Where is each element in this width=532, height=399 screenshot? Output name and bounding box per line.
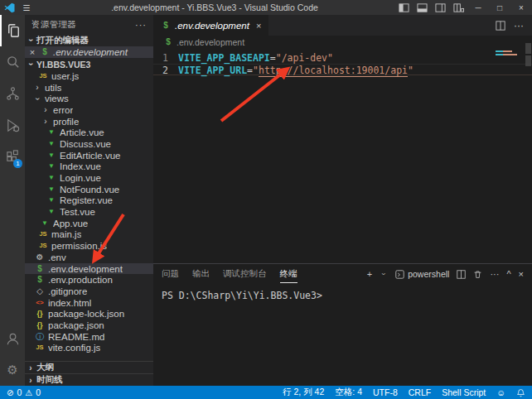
- tree-item-profile[interactable]: ›profile: [25, 116, 153, 127]
- status-indentation[interactable]: 空格: 4: [335, 387, 362, 398]
- project-section[interactable]: › YI.BBS.VUE3: [25, 58, 153, 70]
- chevron-right-icon: ›: [41, 117, 50, 126]
- panel-tab-debug-console[interactable]: 调试控制台: [223, 266, 267, 283]
- tab-env-development[interactable]: $ .env.development ×: [153, 15, 268, 36]
- maximize-button[interactable]: □: [489, 0, 510, 15]
- status-bar: ⊘ 0 ⚠ 0 行 2, 列 42空格: 4UTF-8CRLFShell Scr…: [0, 386, 532, 399]
- tree-item-permission.js[interactable]: JSpermission.js: [25, 240, 153, 252]
- activity-account[interactable]: [0, 323, 25, 354]
- close-button[interactable]: ×: [510, 0, 532, 15]
- tree-item-label: views: [45, 94, 69, 103]
- activity-extensions[interactable]: 1: [0, 141, 25, 172]
- breadcrumb[interactable]: $ .env.development: [153, 36, 532, 48]
- tree-item-label: Index.vue: [60, 161, 101, 171]
- terminal-instance[interactable]: powershell: [395, 269, 449, 279]
- tree-item-Discuss.vue[interactable]: ▼Discuss.vue: [25, 138, 153, 150]
- new-terminal-icon[interactable]: +: [367, 269, 372, 279]
- minimap[interactable]: [496, 50, 519, 55]
- tree-item-label: index.html: [48, 298, 91, 308]
- activity-source-control[interactable]: [0, 78, 25, 109]
- tree-item-package.json[interactable]: {}package.json: [25, 320, 153, 331]
- tree-item-label: .env.development: [48, 264, 123, 274]
- project-label: YI.BBS.VUE3: [36, 60, 90, 70]
- env-file-icon: $: [40, 47, 50, 57]
- activity-run-debug[interactable]: [0, 109, 25, 141]
- tree-item-package-lock.json[interactable]: {}package-lock.json: [25, 308, 153, 320]
- open-editor-label: .env.development: [53, 47, 128, 57]
- explorer-sidebar: 资源管理器 ··· › 打开的编辑器 × $ .env.development …: [25, 15, 153, 386]
- editor-group: $ .env.development × ··· $ .env.developm…: [153, 15, 532, 386]
- tree-item-README.md[interactable]: ⓘREADME.md: [25, 331, 153, 343]
- terminal-dropdown-icon[interactable]: ›: [380, 270, 388, 278]
- tree-item-utils[interactable]: ›utils: [25, 82, 153, 94]
- tree-item-Test.vue[interactable]: ▼Test.vue: [25, 206, 153, 218]
- timeline-section[interactable]: › 时间线: [25, 373, 153, 386]
- tree-item-NotFound.vue[interactable]: ▼NotFound.vue: [25, 184, 153, 195]
- tree-item-.env[interactable]: ⚙.env: [25, 252, 153, 263]
- tree-item-index.html[interactable]: <>index.html: [25, 297, 153, 309]
- toggle-secondary-sidebar-icon[interactable]: [431, 0, 449, 15]
- close-panel-icon[interactable]: ×: [519, 269, 524, 279]
- close-icon[interactable]: ×: [256, 21, 261, 31]
- tree-item-Index.vue[interactable]: ▼Index.vue: [25, 161, 153, 173]
- tree-item-.env.production[interactable]: $.env.production: [25, 274, 153, 286]
- toggle-sidebar-icon[interactable]: [394, 0, 413, 15]
- activity-explorer[interactable]: [0, 15, 25, 46]
- tree-item-user.js[interactable]: JSuser.js: [25, 70, 153, 82]
- tree-item-error[interactable]: ›error: [25, 104, 153, 116]
- tree-item-views[interactable]: ›views: [25, 93, 153, 104]
- token-str: ": [253, 65, 259, 76]
- panel-tab-output[interactable]: 输出: [192, 266, 210, 283]
- breadcrumb-item: .env.development: [177, 37, 244, 47]
- terminal-content[interactable]: PS D:\CSharp\Yi\Yi.BBS.Vue3>: [153, 284, 532, 386]
- notifications-bell-icon[interactable]: [516, 388, 525, 397]
- code-editor[interactable]: 1VITE_APP_BASEAPI="/api-dev"2VITE_APP_UR…: [153, 48, 532, 263]
- status-eol[interactable]: CRLF: [409, 387, 431, 397]
- more-actions-icon[interactable]: ···: [135, 20, 147, 30]
- panel-more-actions-icon[interactable]: ···: [490, 269, 499, 279]
- customize-layout-icon[interactable]: [449, 0, 467, 15]
- tree-item-EditArticle.vue[interactable]: ▼EditArticle.vue: [25, 150, 153, 161]
- status-encoding[interactable]: UTF-8: [373, 387, 398, 397]
- tree-item-main.js[interactable]: JSmain.js: [25, 229, 153, 241]
- open-editors-label: 打开的编辑器: [36, 35, 89, 46]
- outline-section[interactable]: › 大纲: [25, 361, 153, 373]
- activity-search[interactable]: [0, 46, 25, 78]
- feedback-icon[interactable]: ☺: [496, 387, 505, 397]
- tree-item-Login.vue[interactable]: ▼Login.vue: [25, 172, 153, 184]
- toggle-panel-icon[interactable]: [413, 0, 431, 15]
- line-number: 2: [153, 65, 178, 75]
- panel-tab-problems[interactable]: 问题: [162, 266, 179, 283]
- split-terminal-icon[interactable]: [457, 270, 466, 279]
- tree-item-label: permission.js: [51, 241, 107, 251]
- kill-terminal-icon[interactable]: [473, 270, 482, 279]
- activity-settings[interactable]: ⚙: [0, 354, 25, 386]
- maximize-panel-icon[interactable]: ^: [506, 269, 510, 279]
- editor-more-actions-icon[interactable]: ···: [514, 20, 524, 31]
- tree-item-.gitignore[interactable]: ◇.gitignore: [25, 286, 153, 297]
- tree-item-.env.development[interactable]: $.env.development: [25, 263, 153, 275]
- status-cursor-position[interactable]: 行 2, 列 42: [283, 387, 324, 398]
- tree-item-label: .gitignore: [48, 286, 87, 296]
- menu-icon[interactable]: ☰: [18, 3, 35, 12]
- panel-tab-terminal[interactable]: 终端: [280, 266, 297, 283]
- open-editors-section[interactable]: › 打开的编辑器: [25, 34, 153, 46]
- tree-item-Register.vue[interactable]: ▼Register.vue: [25, 195, 153, 207]
- run-debug-icon: [5, 118, 21, 133]
- warning-count: 0: [36, 387, 41, 397]
- open-editor-item[interactable]: × $ .env.development: [25, 46, 153, 58]
- extensions-badge: 1: [13, 159, 22, 168]
- status-language-mode[interactable]: Shell Script: [442, 387, 486, 397]
- tree-item-vite.config.js[interactable]: JSvite.config.js: [25, 343, 153, 354]
- minimize-button[interactable]: ─: [467, 0, 489, 15]
- url-link[interactable]: http://localhost:19001/api: [259, 65, 408, 77]
- tree-item-App.vue[interactable]: ▼App.vue: [25, 218, 153, 229]
- tree-item-Article.vue[interactable]: ▼Article.vue: [25, 127, 153, 138]
- problems-status[interactable]: ⊘ 0 ⚠ 0: [7, 387, 41, 397]
- gear-icon: ⚙: [35, 252, 45, 262]
- split-editor-icon[interactable]: [496, 21, 505, 31]
- tree-item-label: .env: [48, 252, 66, 262]
- token-var: VITE_APP_BASEAPI: [178, 52, 270, 64]
- close-icon[interactable]: ×: [28, 47, 36, 57]
- tree-item-label: user.js: [51, 71, 79, 81]
